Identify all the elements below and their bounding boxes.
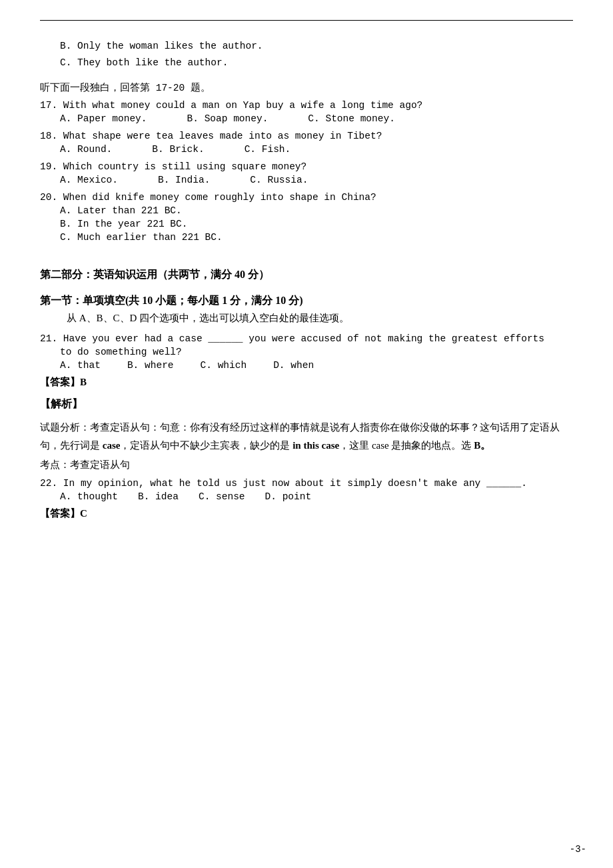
q18-opt-c: C. Fish. (245, 144, 291, 155)
page: B. Only the woman likes the author. C. T… (0, 0, 613, 868)
q20-opt-b: B. In the year 221 BC. (60, 219, 573, 229)
q22-opt-b: B. idea (138, 491, 179, 502)
section1-header: 第一节：单项填空(共 10 小题；每小题 1 分，满分 10 分) (40, 294, 573, 308)
q19-opt-a: A. Mexico. (60, 175, 118, 185)
q21-options: A. that B. where C. which D. when (60, 360, 573, 371)
q19-options: A. Mexico. B. India. C. Russia. (60, 175, 573, 185)
option-c-author: C. They both like the author. (60, 57, 573, 68)
question-21: 21. Have you ever had a case ______ you … (40, 333, 573, 471)
q21-opt-b: B. where (127, 360, 174, 371)
q20-opt-a: A. Later than 221 BC. (60, 205, 573, 216)
q22-opt-a: A. thought (60, 491, 118, 502)
q21-opt-c: C. which (201, 360, 247, 371)
question-22: 22. In my opinion, what he told us just … (40, 478, 573, 520)
section1-intro: 从 A、B、C、D 四个选项中，选出可以填入空白处的最佳选项。 (67, 312, 573, 325)
q21-analysis-header: 【解析】 (40, 397, 573, 411)
q19-opt-b: B. India. (158, 175, 210, 185)
q17-text: 17. With what money could a man on Yap b… (40, 100, 573, 111)
q19-opt-c: C. Russia. (250, 175, 308, 185)
q22-opt-d: D. point (265, 491, 312, 502)
q20-text: 20. When did knife money come roughly in… (40, 192, 573, 203)
q19-text: 19. Which country is still using square … (40, 161, 573, 172)
q21-analysis-text: 试题分析：考查定语从句：句意：你有没有经历过这样的事情就是说有人指责你在做你没做… (40, 419, 573, 455)
part2-header: 第二部分：英语知识运用（共两节，满分 40 分） (40, 268, 573, 282)
q22-line1: 22. In my opinion, what he told us just … (40, 478, 573, 489)
q22-answer: 【答案】C (40, 507, 573, 520)
q17-opt-c: C. Stone money. (308, 113, 395, 124)
q22-opt-c: C. sense (199, 491, 245, 502)
q17-opt-b: B. Soap money. (187, 113, 269, 124)
q21-line1: 21. Have you ever had a case ______ you … (40, 333, 573, 344)
page-number: -3- (570, 844, 586, 855)
q17-opt-a: A. Paper money. (60, 113, 147, 124)
q21-opt-a: A. that (60, 360, 101, 371)
question-18: 18. What shape were tea leaves made into… (40, 131, 573, 155)
q21-line2: to do something well? (60, 347, 573, 357)
q22-options: A. thought B. idea C. sense D. point (60, 491, 573, 502)
q18-text: 18. What shape were tea leaves made into… (40, 131, 573, 141)
option-b-author: B. Only the woman likes the author. (60, 41, 573, 51)
question-20: 20. When did knife money come roughly in… (40, 192, 573, 243)
q20-opt-c: C. Much earlier than 221 BC. (60, 232, 573, 243)
q18-opt-a: A. Round. (60, 144, 112, 155)
top-divider (40, 20, 573, 21)
intro-options: B. Only the woman likes the author. C. T… (40, 41, 573, 68)
q18-options: A. Round. B. Brick. C. Fish. (60, 144, 573, 155)
question-17: 17. With what money could a man on Yap b… (40, 100, 573, 124)
q21-opt-d: D. when (273, 360, 314, 371)
listen-section-label: 听下面一段独白，回答第 17-20 题。 (40, 81, 573, 94)
q18-opt-b: B. Brick. (152, 144, 204, 155)
question-19: 19. Which country is still using square … (40, 161, 573, 185)
q21-key-point: 考点：考查定语从句 (40, 459, 573, 471)
q17-options: A. Paper money. B. Soap money. C. Stone … (60, 113, 573, 124)
q21-answer: 【答案】B (40, 376, 573, 389)
